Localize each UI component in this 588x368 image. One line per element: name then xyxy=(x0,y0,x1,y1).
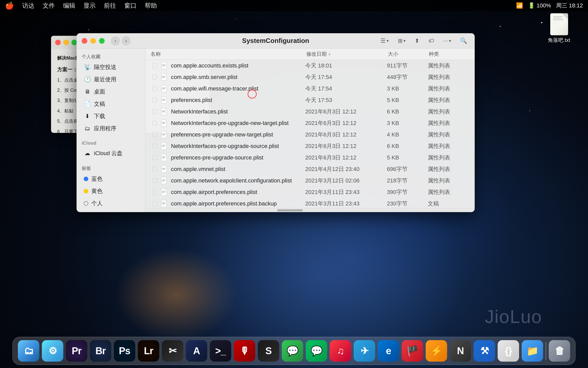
svg-rect-27 xyxy=(162,135,165,135)
dock-icon-netnewswire[interactable]: N xyxy=(450,340,471,362)
finder-forward-btn[interactable]: › xyxy=(121,36,131,45)
dock-icon-lightroom[interactable]: Lr xyxy=(138,340,159,362)
dock-icon-finder[interactable]: 🗂 xyxy=(18,340,39,362)
grid-view-icon: ⊞ xyxy=(398,38,402,44)
file-row[interactable]: com.apple.smb.server.plist 今天 17:54 448字… xyxy=(146,72,474,83)
file-row[interactable]: NetworkInterfaces-pre-upgrade-new-target… xyxy=(146,118,474,129)
file-size: 4 KB xyxy=(387,131,428,138)
menubar-view[interactable]: 显示 xyxy=(83,2,96,10)
finder-tag-btn[interactable]: 🏷 xyxy=(426,36,437,46)
tag-icon: 🏷 xyxy=(428,38,434,44)
dock-icon-edge[interactable]: e xyxy=(378,340,399,362)
dock-icon-messages[interactable]: 💬 xyxy=(282,340,303,362)
dock-icon-premiere-pro[interactable]: Pr xyxy=(66,340,87,362)
sidebar-item-recent[interactable]: 🕐 最近使用 xyxy=(79,74,143,85)
dock-icon-system-preferences[interactable]: ⚙ xyxy=(42,340,63,362)
menubar-go[interactable]: 前往 xyxy=(104,2,116,10)
file-checkbox[interactable] xyxy=(152,74,158,80)
file-name: NetworkInterfaces-pre-upgrade-source.pli… xyxy=(171,143,305,150)
file-row[interactable]: preferences-pre-upgrade-new-target.plist… xyxy=(146,129,474,140)
file-checkbox[interactable] xyxy=(152,63,158,69)
sidebar-item-documents[interactable]: 📄 文稿 xyxy=(79,98,143,110)
dock-icon-wechat[interactable]: 💬 xyxy=(306,340,327,362)
menubar-finder[interactable]: 访达 xyxy=(22,2,34,10)
sidebar-item-applications[interactable]: 🗂 应用程序 xyxy=(79,123,143,134)
finder-more-btn[interactable]: ··· ▾ xyxy=(441,36,454,46)
file-checkbox[interactable] xyxy=(152,189,158,195)
dock-icon-finder[interactable]: 📁 xyxy=(522,340,543,362)
sidebar-item-icloud[interactable]: ☁ iCloud 云盘 xyxy=(79,147,143,159)
file-row[interactable]: com.apple.network.eapolclient.configurat… xyxy=(146,175,474,186)
file-checkbox[interactable] xyxy=(152,178,158,184)
svg-rect-26 xyxy=(162,134,165,135)
finder-min-btn[interactable] xyxy=(90,38,96,44)
dock-icon-affinity[interactable]: A xyxy=(186,340,207,362)
menubar-help[interactable]: 帮助 xyxy=(145,2,157,10)
finder-view-list-btn[interactable]: ☰ ▾ xyxy=(378,36,391,46)
sidebar-label-tag-green: 绿色 xyxy=(91,212,103,212)
finder-scrollbar-thumb[interactable] xyxy=(277,209,303,211)
file-checkbox[interactable] xyxy=(152,120,158,126)
dock-icon-telegram[interactable]: ✈ xyxy=(354,340,375,362)
traffic-max[interactable] xyxy=(71,40,77,45)
col-header-type: 种类 xyxy=(429,51,470,57)
finder-search-btn[interactable]: 🔍 xyxy=(458,36,470,46)
dock-icon-trash[interactable]: 🗑 xyxy=(549,340,570,362)
dock-icon-sequel-pro[interactable]: S xyxy=(258,340,279,362)
dock-icon-pirate[interactable]: 🏴 xyxy=(402,340,423,362)
file-checkbox[interactable] xyxy=(152,86,158,92)
sidebar-section-icloud: iCloud xyxy=(77,139,145,147)
apple-menu[interactable]: 🍎 xyxy=(5,2,14,10)
finder-share-btn[interactable]: ⬆ xyxy=(412,36,422,46)
menubar-file[interactable]: 文件 xyxy=(43,2,55,10)
file-row[interactable]: NetworkInterfaces-pre-upgrade-source.pli… xyxy=(146,141,474,152)
file-checkbox[interactable] xyxy=(152,166,158,172)
sidebar-item-desktop[interactable]: 🖥 桌面 xyxy=(79,86,143,98)
dock-icon-xcode[interactable]: ⚒ xyxy=(474,340,495,362)
file-size: 3 KB xyxy=(387,85,428,92)
finder-view-grid-btn[interactable]: ⊞ ▾ xyxy=(395,36,408,46)
sort-arrow-icon[interactable]: ∨ xyxy=(328,52,331,56)
menubar-edit[interactable]: 编辑 xyxy=(63,2,75,10)
sidebar-item-tag-blue[interactable]: 蓝色 xyxy=(79,173,143,185)
file-row[interactable]: NetworkInterfaces.plist 2021年6月3日 12:12 … xyxy=(146,106,474,117)
file-row[interactable]: com.apple.accounts.exists.plist 今天 18:01… xyxy=(146,60,474,71)
file-row[interactable]: com.apple.vmnet.plist 2021年4月12日 23:40 6… xyxy=(146,164,474,175)
file-type-icon xyxy=(160,200,168,208)
sidebar-item-tag-green[interactable]: 绿色 xyxy=(79,210,143,212)
file-checkbox[interactable] xyxy=(152,97,158,103)
file-row[interactable]: preferences-pre-upgrade-source.plist 202… xyxy=(146,152,474,163)
file-row[interactable]: preferences.plist 今天 17:53 5 KB 属性列表 xyxy=(146,95,474,106)
file-checkbox[interactable] xyxy=(152,201,158,207)
file-checkbox[interactable] xyxy=(152,155,158,161)
dock-icon-script-editor[interactable]: {} xyxy=(498,340,519,362)
dock-icon-terminal[interactable]: >_ xyxy=(210,340,231,362)
dock-icon-bridge[interactable]: Br xyxy=(90,340,111,362)
desktop-file-angluoba[interactable]: 角落吧.txt xyxy=(548,13,570,44)
dock-icon-amphetamine[interactable]: ⚡ xyxy=(426,340,447,362)
sidebar-item-tag-personal[interactable]: 个人 xyxy=(79,198,143,209)
grid-chevron-icon: ▾ xyxy=(403,38,406,43)
traffic-close[interactable] xyxy=(55,40,61,45)
finder-max-btn[interactable] xyxy=(99,38,105,44)
file-checkbox[interactable] xyxy=(152,109,158,115)
dock-icon-music[interactable]: ♫ xyxy=(330,340,351,362)
file-row[interactable]: com.apple.airport.preferences.plist.back… xyxy=(146,198,474,208)
sidebar-item-downloads[interactable]: ⬇ 下载 xyxy=(79,110,143,122)
traffic-min[interactable] xyxy=(63,40,69,45)
file-size: 696字节 xyxy=(387,165,428,173)
file-checkbox[interactable] xyxy=(152,143,158,149)
dock-icon-photoshop[interactable]: Ps xyxy=(114,340,135,362)
finder-nav-buttons: ‹ › xyxy=(111,36,131,45)
file-size: 3 KB xyxy=(387,120,428,126)
dock-icon-microphone[interactable]: 🎙 xyxy=(234,340,255,362)
sidebar-item-tag-yellow[interactable]: 黄色 xyxy=(79,185,143,197)
menubar-window[interactable]: 窗口 xyxy=(124,2,137,10)
sidebar-item-airdrop[interactable]: 📡 隔空投送 xyxy=(79,61,143,73)
file-row[interactable]: com.apple.airport.preferences.plist 2021… xyxy=(146,187,474,198)
dock-icon-capcut[interactable]: ✂ xyxy=(162,340,183,362)
finder-close-btn[interactable] xyxy=(82,38,87,44)
file-checkbox[interactable] xyxy=(152,132,158,138)
file-row[interactable]: com.apple.wifi.message-tracer.plist 今天 1… xyxy=(146,83,474,94)
finder-back-btn[interactable]: ‹ xyxy=(111,36,120,45)
